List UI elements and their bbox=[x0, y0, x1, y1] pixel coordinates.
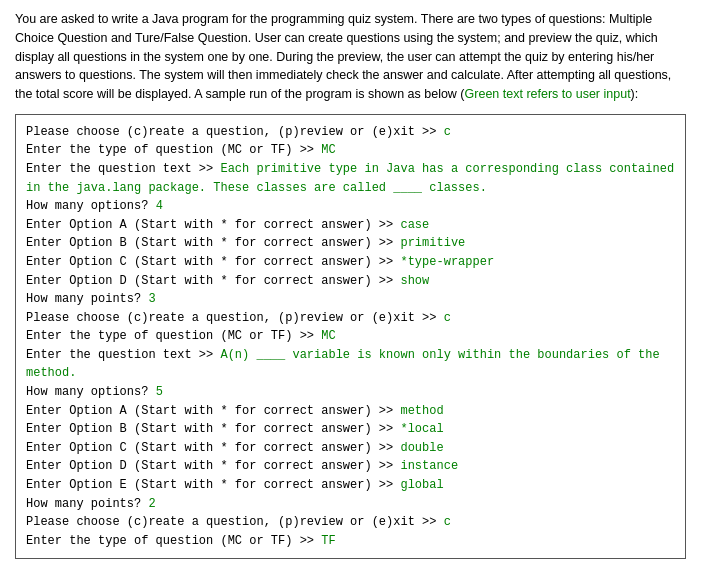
line-4-input: 4 bbox=[156, 199, 163, 213]
line-19-input: 2 bbox=[148, 497, 155, 511]
line-7-text: Enter Option C (Start with * for correct… bbox=[26, 255, 400, 269]
line-16-input: double bbox=[400, 441, 443, 455]
line-4-text: How many options? bbox=[26, 199, 156, 213]
line-2-input: MC bbox=[321, 143, 335, 157]
line-19-text: How many points? bbox=[26, 497, 148, 511]
line-16-text: Enter Option C (Start with * for correct… bbox=[26, 441, 400, 455]
line-11-input: MC bbox=[321, 329, 335, 343]
line-13-input: 5 bbox=[156, 385, 163, 399]
line-20-text: Please choose (c)reate a question, (p)re… bbox=[26, 515, 444, 529]
line-9-text: How many points? bbox=[26, 292, 148, 306]
line-1-text: Please choose (c)reate a question, (p)re… bbox=[26, 125, 444, 139]
line-14-text: Enter Option A (Start with * for correct… bbox=[26, 404, 400, 418]
line-12-text: Enter the question text >> bbox=[26, 348, 220, 362]
terminal-box: Please choose (c)reate a question, (p)re… bbox=[15, 114, 686, 560]
line-20-input: c bbox=[444, 515, 451, 529]
line-18-input: global bbox=[400, 478, 443, 492]
line-13-text: How many options? bbox=[26, 385, 156, 399]
line-9-input: 3 bbox=[148, 292, 155, 306]
line-6-text: Enter Option B (Start with * for correct… bbox=[26, 236, 400, 250]
line-8-input: show bbox=[400, 274, 429, 288]
line-17-input: instance bbox=[400, 459, 458, 473]
line-21-input: TF bbox=[321, 534, 335, 548]
line-7-input: *type-wrapper bbox=[400, 255, 494, 269]
green-note: Green text refers to user input bbox=[465, 87, 631, 101]
line-11-text: Enter the type of question (MC or TF) >> bbox=[26, 329, 321, 343]
line-17-text: Enter Option D (Start with * for correct… bbox=[26, 459, 400, 473]
description-text: You are asked to write a Java program fo… bbox=[15, 10, 686, 104]
line-18-text: Enter Option E (Start with * for correct… bbox=[26, 478, 400, 492]
line-8-text: Enter Option D (Start with * for correct… bbox=[26, 274, 400, 288]
line-1-input: c bbox=[444, 125, 451, 139]
line-2-text: Enter the type of question (MC or TF) >> bbox=[26, 143, 321, 157]
line-5-input: case bbox=[400, 218, 429, 232]
line-15-input: *local bbox=[400, 422, 443, 436]
line-6-input: primitive bbox=[400, 236, 465, 250]
line-21-text: Enter the type of question (MC or TF) >> bbox=[26, 534, 321, 548]
line-10-text: Please choose (c)reate a question, (p)re… bbox=[26, 311, 444, 325]
line-10-input: c bbox=[444, 311, 451, 325]
line-15-text: Enter Option B (Start with * for correct… bbox=[26, 422, 400, 436]
line-5-text: Enter Option A (Start with * for correct… bbox=[26, 218, 400, 232]
line-14-input: method bbox=[400, 404, 443, 418]
line-3-text: Enter the question text >> bbox=[26, 162, 220, 176]
